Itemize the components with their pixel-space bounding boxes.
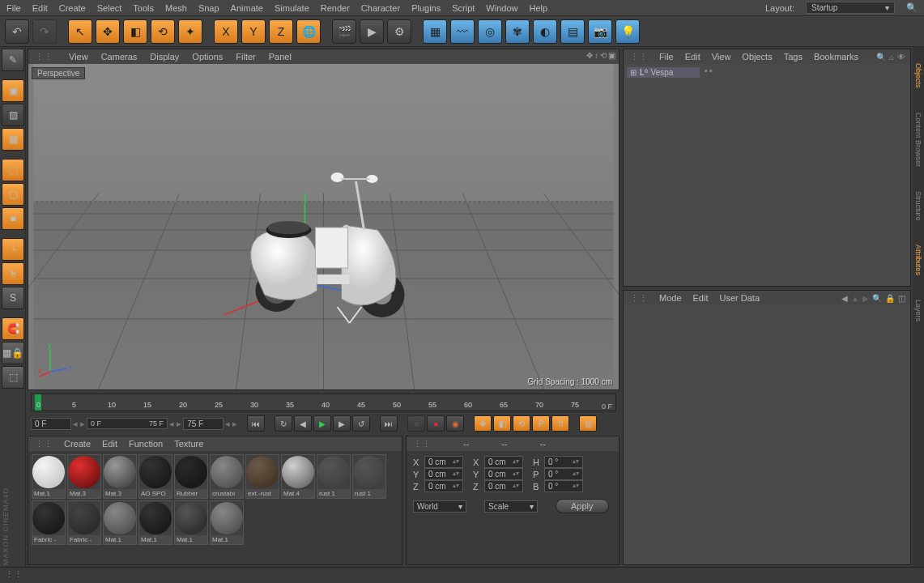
material-item[interactable]: Mat.1 [32,454,66,499]
generator-tool[interactable]: ◎ [478,19,502,44]
material-item[interactable]: crustabi [210,454,244,499]
obj-menu-file[interactable]: File [659,52,674,62]
tab-attributes[interactable]: Attributes [914,245,922,275]
pos-field[interactable]: 0 cm▴▾ [424,468,463,480]
menu-tools[interactable]: Tools [133,3,154,13]
spline-tool[interactable]: 〰 [450,19,475,44]
menu-plugins[interactable]: Plugins [411,3,441,13]
move-tool[interactable]: ✥ [96,19,120,44]
make-editable-tool[interactable]: ✎ [2,49,24,71]
keyframe-button[interactable]: ◉ [446,415,464,432]
environment-tool[interactable]: ▤ [560,19,585,44]
search-icon[interactable]: 🔍 [872,294,882,303]
home-icon[interactable]: ⌂ [889,53,894,62]
range-slider[interactable]: 0 F75 F [87,418,168,429]
attr-menu-mode[interactable]: Mode [659,293,682,303]
menu-simulate[interactable]: Simulate [275,3,309,13]
axis-mode[interactable]: └ [2,238,24,261]
material-item[interactable]: Mat.1 [174,500,208,545]
menu-edit[interactable]: Edit [32,3,48,13]
layout-dropdown[interactable]: Startup▾ [806,2,895,14]
vp-menu-filter[interactable]: Filter [236,52,255,62]
step-back-button[interactable]: ◀ [294,415,312,432]
obj-menu-edit[interactable]: Edit [685,52,700,62]
obj-menu-tags[interactable]: Tags [784,52,803,62]
key-scale-button[interactable]: ◧ [493,415,511,432]
size-field[interactable]: 0 cm▴▾ [484,468,523,480]
material-item[interactable]: rust 1 [352,454,386,499]
loop-button[interactable]: ↻ [275,415,292,432]
obj-menu-view[interactable]: View [712,52,731,62]
menu-window[interactable]: Window [486,3,517,13]
goto-end-button[interactable]: ⏭ [380,415,398,432]
eye-icon[interactable]: 👁 [897,53,905,62]
menu-script[interactable]: Script [452,3,475,13]
texture-mode[interactable]: ▨ [2,104,24,126]
menu-character[interactable]: Character [361,3,400,13]
menu-create[interactable]: Create [59,3,86,13]
mat-menu-create[interactable]: Create [64,439,91,449]
mat-menu-function[interactable]: Function [129,439,163,449]
menu-snap[interactable]: Snap [198,3,219,13]
points-mode[interactable]: ⬚ [2,159,24,181]
3d-viewport[interactable]: Perspective [28,64,619,389]
material-item[interactable]: ext.-rust [245,454,279,499]
record-button[interactable]: ○ [407,415,425,432]
planar-workplane[interactable]: ⬚ [2,366,24,389]
key-pla-button[interactable]: ⠿ [551,415,569,432]
render-region-button[interactable]: ▶ [360,19,384,44]
size-field[interactable]: 0 cm▴▾ [484,480,523,492]
menu-mesh[interactable]: Mesh [165,3,187,13]
tweak-mode[interactable]: 🖱 [2,262,24,285]
new-icon[interactable]: ◫ [898,294,905,303]
object-tree[interactable]: ⊞ L⁰ Vespa ▪ ▪ [624,64,910,286]
attr-menu-edit[interactable]: Edit [693,293,709,303]
expand-icon[interactable]: ⊞ [630,68,637,77]
material-item[interactable]: Fabric - [32,500,66,545]
key-rot-button[interactable]: ⟲ [513,415,530,432]
material-item[interactable]: Rubber [174,454,208,499]
scale-dropdown[interactable]: Scale▾ [484,500,538,513]
obj-menu-objects[interactable]: Objects [742,52,772,62]
edges-mode[interactable]: ▢ [2,183,24,206]
deformer-tool[interactable]: ◐ [533,19,557,44]
vp-menu-view[interactable]: View [69,52,88,62]
play-button[interactable]: ▶ [313,415,331,432]
model-mode[interactable]: ▣ [2,79,24,102]
material-item[interactable]: Mat.1 [138,500,172,545]
prev-icon[interactable]: ◀ [841,294,848,303]
vp-nav-1-icon[interactable]: ✥ [586,51,593,60]
grip-icon[interactable]: ⋮⋮ [5,569,23,580]
end-frame-field[interactable]: 75 F [183,418,224,430]
mograph-tool[interactable]: ✾ [505,19,530,44]
scale-tool[interactable]: ◧ [123,19,147,44]
attr-menu-userdata[interactable]: User Data [720,293,760,303]
rot-field[interactable]: 0 °▴▾ [544,480,583,492]
vp-menu-panel[interactable]: Panel [269,52,292,62]
timeline-window-button[interactable]: ▥ [579,415,597,432]
vp-menu-display[interactable]: Display [150,52,179,62]
z-axis-lock[interactable]: Z [269,19,293,44]
grip-icon[interactable]: ⋮⋮ [413,439,431,449]
rot-field[interactable]: 0 °▴▾ [544,456,583,468]
select-tool[interactable]: ↖ [68,19,92,44]
step-forward-button[interactable]: ▶ [333,415,351,432]
vp-nav-4-icon[interactable]: ▣ [608,51,615,60]
undo-button[interactable]: ↶ [5,19,29,44]
pos-field[interactable]: 0 cm▴▾ [424,480,463,492]
menu-file[interactable]: File [6,3,21,13]
grip-icon[interactable]: ⋮⋮ [35,52,53,62]
tab-structure[interactable]: Structure [914,191,922,221]
mat-menu-edit[interactable]: Edit [102,439,117,449]
light-tool[interactable]: 💡 [615,19,640,44]
grip-icon[interactable]: ⋮⋮ [630,52,648,62]
key-param-button[interactable]: P [532,415,550,432]
tab-objects[interactable]: Objects [914,63,922,88]
material-item[interactable]: rust 1 [317,454,351,499]
search-icon[interactable]: 🔍 [906,2,918,13]
grip-icon[interactable]: ⋮⋮ [630,293,648,304]
cube-primitive[interactable]: ▦ [423,19,447,44]
camera-tool[interactable]: 📷 [588,19,612,44]
vp-menu-cameras[interactable]: Cameras [101,52,138,62]
render-settings-button[interactable]: ⚙ [387,19,411,44]
